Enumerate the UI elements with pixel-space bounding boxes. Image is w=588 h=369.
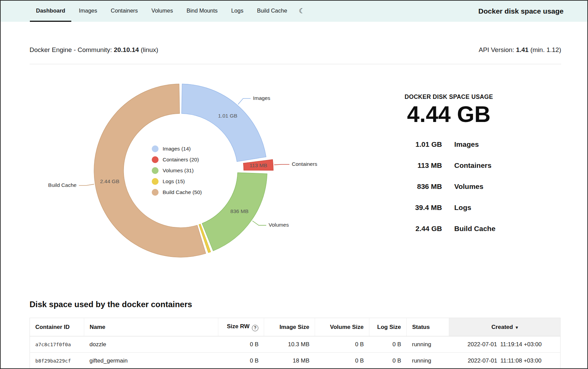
- legend-item-volumes[interactable]: Volumes (31): [152, 165, 202, 176]
- tab-volumes[interactable]: Volumes: [145, 1, 179, 22]
- legend-dot-containers: [152, 156, 159, 163]
- col-header-created-label: Created: [492, 324, 513, 330]
- legend-item-logs[interactable]: Logs (15): [152, 176, 202, 187]
- summary-total: 4.44 GB: [378, 103, 520, 126]
- slice-callout-label: Images: [253, 95, 270, 101]
- cell-size-rw: 0 B: [218, 336, 264, 353]
- col-header-volume-size[interactable]: Volume Size: [315, 318, 369, 336]
- disk-usage-summary: DOCKER DISK SPACE USAGE 4.44 GB 1.01 GB …: [378, 93, 520, 246]
- cell-log-size: 0 B: [369, 336, 407, 353]
- cell-created: 2022-07-01 11:11:08 +03:00: [449, 353, 561, 369]
- nav-tabs: Dashboard Images Containers Volumes Bind…: [30, 1, 310, 22]
- legend-dot-volumes: [152, 167, 159, 174]
- summary-row: 2.44 GB Build Cache: [378, 225, 520, 233]
- help-circle-icon[interactable]: ?: [252, 325, 258, 331]
- tab-dashboard[interactable]: Dashboard: [30, 1, 71, 22]
- summary-value: 39.4 MB: [378, 204, 442, 212]
- tab-bind-mounts[interactable]: Bind Mounts: [180, 1, 224, 22]
- engine-info: Docker Engine - Community: 20.10.14 (lin…: [30, 46, 158, 54]
- divider: [30, 64, 561, 64]
- dark-mode-toggle[interactable]: ☾: [295, 1, 309, 22]
- callout-line-images: [238, 99, 251, 104]
- engine-info-row: Docker Engine - Community: 20.10.14 (lin…: [30, 46, 561, 54]
- caret-down-icon: ▾: [516, 325, 518, 330]
- summary-rows: 1.01 GB Images 113 MB Containers 836 MB …: [378, 140, 520, 233]
- callout-line-containers: [274, 164, 289, 165]
- summary-heading: DOCKER DISK SPACE USAGE: [378, 93, 520, 101]
- disk-usage-donut-chart: 1.01 GBImages113 MBContainers836 MBVolum…: [1, 72, 340, 269]
- containers-section-heading: Disk space used by the docker containers: [30, 300, 192, 309]
- summary-row: 39.4 MB Logs: [378, 204, 520, 212]
- summary-row: 836 MB Volumes: [378, 182, 520, 191]
- moon-icon: ☾: [299, 7, 305, 15]
- summary-row: 113 MB Containers: [378, 161, 520, 170]
- engine-version: 20.10.14: [114, 46, 139, 53]
- legend-label: Logs (15): [163, 178, 185, 184]
- app-window: Dashboard Images Containers Volumes Bind…: [0, 0, 588, 369]
- cell-created: 2022-07-01 11:19:14 +03:00: [449, 336, 561, 353]
- summary-value: 113 MB: [378, 161, 442, 170]
- legend-label: Build Cache (50): [163, 189, 202, 195]
- col-header-status[interactable]: Status: [407, 318, 449, 336]
- col-header-size-rw-label: Size RW: [227, 323, 250, 330]
- slice-size-label: 2.44 GB: [100, 178, 120, 184]
- col-header-name[interactable]: Name: [84, 318, 218, 336]
- tab-images[interactable]: Images: [73, 1, 103, 22]
- slice-callout-label: Volumes: [269, 222, 289, 228]
- callout-line-volumes: [252, 221, 266, 225]
- legend-label: Volumes (31): [163, 168, 194, 174]
- cell-volume-size: 0 B: [315, 353, 369, 369]
- cell-volume-size: 0 B: [315, 336, 369, 353]
- app-title: Docker disk space usage: [478, 1, 564, 22]
- col-header-log-size[interactable]: Log Size: [369, 318, 407, 336]
- cell-name: dozzle: [84, 336, 218, 353]
- summary-label: Logs: [454, 204, 471, 212]
- api-version-min: (min. 1.12): [530, 46, 561, 53]
- slice-size-label: 836 MB: [231, 208, 249, 214]
- legend-dot-logs: [152, 178, 159, 185]
- api-version-info: API Version: 1.41 (min. 1.12): [479, 46, 561, 54]
- cell-container-id: a7c8c17f0f0a: [30, 336, 84, 353]
- col-header-size-rw[interactable]: Size RW?: [218, 318, 264, 336]
- col-header-image-size[interactable]: Image Size: [264, 318, 315, 336]
- tab-logs[interactable]: Logs: [225, 1, 250, 22]
- summary-label: Volumes: [454, 182, 483, 191]
- table-header-row: Container ID Name Size RW? Image Size Vo…: [30, 318, 561, 336]
- slice-callout-label: Containers: [292, 161, 317, 167]
- legend-dot-images: [152, 145, 159, 152]
- chart-legend: Images (14) Containers (20) Volumes (31)…: [152, 143, 202, 198]
- summary-row: 1.01 GB Images: [378, 140, 520, 148]
- api-version-value: 1.41: [516, 46, 529, 53]
- tab-build-cache[interactable]: Build Cache: [251, 1, 293, 22]
- col-header-created[interactable]: Created▾: [449, 318, 561, 336]
- summary-value: 836 MB: [378, 182, 442, 191]
- summary-value: 1.01 GB: [378, 140, 442, 148]
- legend-item-images[interactable]: Images (14): [152, 143, 202, 154]
- tab-containers[interactable]: Containers: [105, 1, 144, 22]
- summary-label: Containers: [454, 161, 492, 170]
- summary-value: 2.44 GB: [378, 225, 442, 233]
- slice-size-label: 113 MB: [250, 162, 267, 168]
- slice-callout-label: Build Cache: [48, 182, 77, 188]
- legend-item-containers[interactable]: Containers (20): [152, 154, 202, 165]
- slice-size-label: 1.01 GB: [218, 113, 237, 119]
- table-row: a7c8c17f0f0a dozzle 0 B 10.3 MB 0 B 0 B …: [30, 336, 561, 353]
- summary-label: Build Cache: [454, 225, 495, 233]
- engine-platform: (linux): [141, 46, 158, 53]
- legend-dot-build-cache: [152, 189, 159, 196]
- engine-label: Docker Engine - Community:: [30, 46, 112, 53]
- legend-item-build-cache[interactable]: Build Cache (50): [152, 187, 202, 198]
- table-row: b8f29ba229cf gifted_germain 0 B 18 MB 0 …: [30, 353, 561, 369]
- cell-image-size: 18 MB: [264, 353, 315, 369]
- legend-label: Images (14): [163, 146, 191, 152]
- cell-container-id: b8f29ba229cf: [30, 353, 84, 369]
- api-version-label: API Version:: [479, 46, 514, 53]
- cell-status: running: [407, 336, 449, 353]
- cell-size-rw: 0 B: [218, 353, 264, 369]
- callout-line-build-cache: [79, 184, 94, 186]
- col-header-container-id[interactable]: Container ID: [30, 318, 84, 336]
- top-nav: Dashboard Images Containers Volumes Bind…: [1, 1, 587, 22]
- cell-name: gifted_germain: [84, 353, 218, 369]
- summary-label: Images: [454, 140, 479, 148]
- cell-image-size: 10.3 MB: [264, 336, 315, 353]
